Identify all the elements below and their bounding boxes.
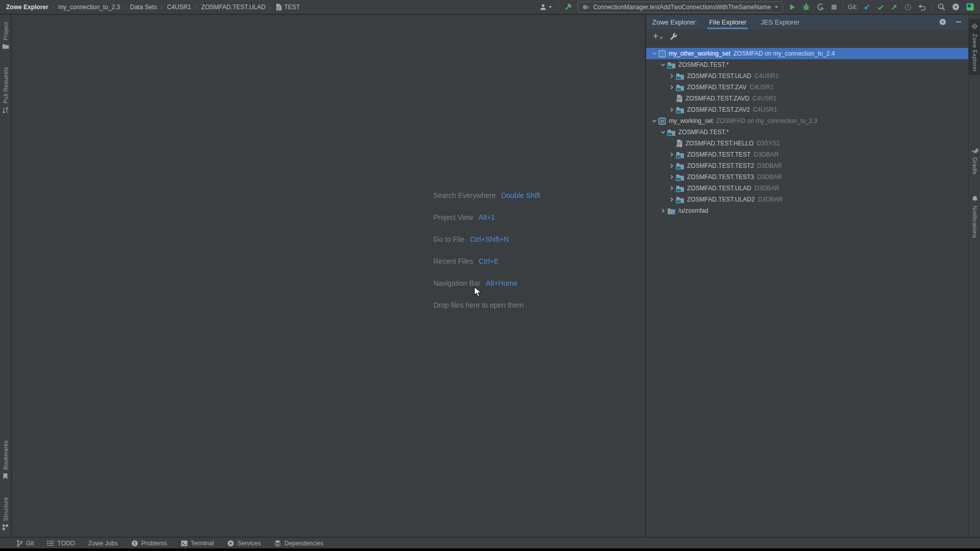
- svg-text:DS: DS: [677, 144, 681, 147]
- chevron-down-icon[interactable]: [650, 118, 658, 124]
- statusbar-item-problems[interactable]: Problems: [131, 540, 167, 547]
- settings-button[interactable]: [951, 2, 961, 12]
- chevron-down-icon[interactable]: [659, 62, 667, 68]
- panel-settings-button[interactable]: [938, 17, 948, 27]
- tree-item-zosmfad-test[interactable]: DSZOSMFAD.TEST.*: [646, 127, 968, 138]
- statusbar-item-label: Zowe Jobs: [88, 540, 118, 547]
- statusbar-item-zowe-jobs[interactable]: Zowe Jobs: [88, 540, 118, 547]
- chevron-down-icon[interactable]: [650, 51, 658, 57]
- sidebar-item-bookmarks[interactable]: Bookmarks: [3, 438, 9, 482]
- run-configuration-select[interactable]: ConnectionManager.testAddTwoConnectionsW…: [578, 2, 783, 13]
- git-push-button[interactable]: [890, 3, 899, 12]
- ds-file-icon: DS: [676, 94, 683, 103]
- tree-item-label: my_working_set: [669, 117, 713, 124]
- chevron-right-icon[interactable]: [668, 152, 676, 158]
- tree-item-detail: D3DBAR: [758, 196, 783, 203]
- tree-item-zosmfad-test-hello[interactable]: DSZOSMFAD.TEST.HELLOD3SYS1: [646, 138, 968, 149]
- stop-icon: [831, 4, 837, 10]
- tree-item-zosmfad-test-test[interactable]: DSZOSMFAD.TEST.TESTD3DBAR: [646, 149, 968, 160]
- statusbar-item-terminal[interactable]: Terminal: [181, 540, 214, 547]
- tree-item-my-working-set[interactable]: my_working_setZOSMFAD on my_connection_t…: [646, 115, 968, 127]
- sidebar-item-pull-requests[interactable]: Pull Requests: [2, 65, 9, 116]
- svg-text:DS: DS: [676, 166, 681, 169]
- svg-text:DS: DS: [676, 155, 681, 158]
- tree-item-label: /u/zosmfad: [678, 207, 708, 214]
- panel-minimize-button[interactable]: [954, 17, 963, 27]
- breadcrumb-item-zosmfad-test-ulad[interactable]: ZOSMFAD.TEST.ULAD: [201, 4, 265, 11]
- chevron-right-icon[interactable]: [668, 73, 676, 79]
- sidebar-item-structure[interactable]: Structure: [2, 495, 9, 533]
- tree-item-zosmfad-test-test3[interactable]: DSZOSMFAD.TEST.TEST3D3DBAR: [646, 171, 968, 183]
- breadcrumb-item-my-connection-to-2-3[interactable]: my_connection_to_2.3: [58, 4, 120, 11]
- tree-item-zosmfad-test-zav2[interactable]: DSZOSMFAD.TEST.ZAV2C4USR1: [646, 104, 968, 115]
- tree-item-zosmfad-test-ulad2[interactable]: DSZOSMFAD.TEST.ULAD2D3DBAR: [646, 194, 968, 205]
- tab-file-explorer[interactable]: File Explorer: [709, 15, 746, 29]
- tree-item-zosmfad-test-ulad[interactable]: DSZOSMFAD.TEST.ULADC4USR1: [646, 70, 968, 82]
- pull-requests-icon: [2, 107, 9, 114]
- breadcrumb-item-test[interactable]: TEST: [276, 4, 300, 11]
- statusbar-item-todo[interactable]: TODO: [47, 540, 75, 547]
- tree-item-zosmfad-test-test2[interactable]: DSZOSMFAD.TEST.TEST2D3DBAR: [646, 160, 968, 171]
- stop-button[interactable]: [830, 3, 838, 11]
- breadcrumb-item-data-sets[interactable]: Data Sets: [130, 4, 157, 11]
- chevron-right-icon[interactable]: [668, 84, 676, 90]
- shortcut-hint-row: Navigation BarAlt+Home: [433, 279, 540, 301]
- chevron-down-icon[interactable]: [659, 129, 667, 135]
- git-update-button[interactable]: [862, 3, 871, 12]
- build-button[interactable]: [563, 2, 573, 12]
- ds-folder-icon: DS: [676, 185, 684, 192]
- breadcrumb-label: Zowe Explorer: [6, 4, 48, 11]
- chevron-right-icon[interactable]: [668, 196, 676, 203]
- svg-text:DS: DS: [676, 110, 681, 113]
- tree-item-zosmfad-test-zavd[interactable]: DSZOSMFAD.TEST.ZAVDC4USR1: [646, 93, 968, 104]
- debug-button[interactable]: [801, 2, 811, 12]
- chevron-right-icon[interactable]: [668, 163, 676, 169]
- svg-text:DS: DS: [676, 77, 681, 80]
- sidebar-item-zowe-explorer[interactable]: ZZowe Explorer: [969, 19, 980, 75]
- user-account-button[interactable]: [538, 2, 553, 12]
- tree-item-zosmfad-test-zav[interactable]: DSZOSMFAD.TEST.ZAVC4USR1: [646, 82, 968, 93]
- ds-folder-icon: DS: [676, 162, 684, 170]
- tree-item-zosmfad-test-ulad[interactable]: DSZOSMFAD.TEST.ULADD3DBAR: [646, 183, 968, 194]
- tree-item-label: ZOSMFAD.TEST.HELLO: [685, 140, 753, 147]
- clock-icon: [904, 4, 912, 11]
- chevron-right-icon[interactable]: [668, 185, 676, 191]
- statusbar-item-git[interactable]: Git: [16, 540, 34, 547]
- statusbar-item-dependencies[interactable]: Dependencies: [274, 540, 324, 547]
- breadcrumb-item-zowe-explorer[interactable]: Zowe Explorer: [6, 4, 48, 11]
- sidebar-item-project[interactable]: Project: [2, 20, 9, 52]
- run-button[interactable]: [788, 3, 797, 12]
- ds-folder-icon: DS: [676, 72, 684, 80]
- shortcut-hint-row: Recent FilesCtrl+E: [433, 257, 540, 279]
- chevron-right-icon[interactable]: [668, 107, 676, 113]
- chevron-right-icon[interactable]: [668, 174, 676, 180]
- breadcrumb-label: TEST: [284, 4, 300, 11]
- tree-item-u-zosmfad[interactable]: /u/zosmfad: [646, 205, 968, 216]
- git-commit-button[interactable]: [876, 3, 885, 12]
- chevron-right-icon[interactable]: [659, 208, 667, 214]
- tab-jes-explorer[interactable]: JES Explorer: [761, 15, 799, 29]
- profiler-button[interactable]: [816, 2, 825, 12]
- ds-folder-icon: DS: [676, 196, 684, 204]
- edit-working-set-button[interactable]: [670, 33, 677, 40]
- tree-item-my-other-working-set[interactable]: my_other_working_setZOSMFAD on my_connec…: [646, 48, 968, 59]
- tree-item-zosmfad-test[interactable]: DSZOSMFAD.TEST.*: [646, 59, 968, 70]
- breadcrumb: Zowe Explorer›my_connection_to_2.3›Data …: [6, 4, 300, 11]
- search-everywhere-button[interactable]: [937, 2, 946, 12]
- sidebar-item-notifications[interactable]: Notifications: [969, 192, 980, 241]
- panel-tabs: File ExplorerJES Explorer: [709, 15, 814, 29]
- intellij-logo-icon: [966, 3, 974, 11]
- sidebar-item-gradle[interactable]: Gradle: [969, 145, 980, 178]
- zowe-icon: Z: [970, 22, 979, 31]
- tree-item-detail: C4USR1: [752, 95, 776, 102]
- svg-text:DS: DS: [676, 189, 681, 192]
- shortcut-action-label: Drop files here to open them: [433, 301, 524, 323]
- breadcrumb-item-c4usr1[interactable]: C4USR1: [167, 4, 191, 11]
- history-button[interactable]: [903, 3, 913, 12]
- add-working-set-button[interactable]: [652, 33, 663, 39]
- tree-item-label: ZOSMFAD.TEST.TEST2: [687, 162, 754, 169]
- statusbar-item-services[interactable]: Services: [227, 540, 261, 547]
- git-label: Git:: [848, 4, 857, 11]
- dataset-tree: my_other_working_setZOSMFAD on my_connec…: [646, 43, 968, 216]
- rollback-button[interactable]: [917, 3, 927, 12]
